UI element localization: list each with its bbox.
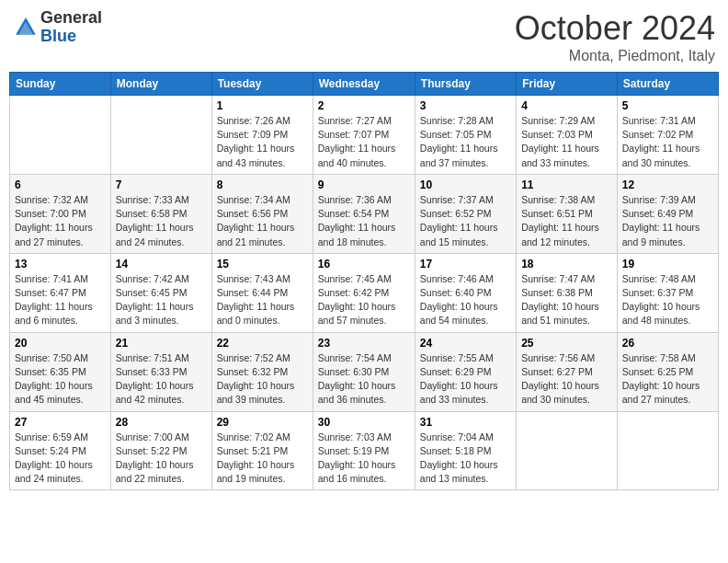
day-info: Sunrise: 7:39 AMSunset: 6:49 PMDaylight:… xyxy=(622,193,713,249)
day-number: 17 xyxy=(420,258,511,270)
day-number: 8 xyxy=(217,178,308,191)
calendar-week-row: 13Sunrise: 7:41 AMSunset: 6:47 PMDayligh… xyxy=(10,253,719,332)
day-number: 5 xyxy=(622,99,713,112)
calendar-day-cell: 8Sunrise: 7:34 AMSunset: 6:56 PMDaylight… xyxy=(211,174,313,253)
day-info: Sunrise: 7:03 AMSunset: 5:19 PMDaylight:… xyxy=(318,431,410,487)
day-info: Sunrise: 7:04 AMSunset: 5:18 PMDaylight:… xyxy=(420,431,511,487)
calendar-day-cell: 9Sunrise: 7:36 AMSunset: 6:54 PMDaylight… xyxy=(313,174,415,253)
calendar-day-cell: 22Sunrise: 7:52 AMSunset: 6:32 PMDayligh… xyxy=(211,332,313,411)
calendar-day-cell xyxy=(10,96,111,175)
day-info: Sunrise: 7:36 AMSunset: 6:54 PMDaylight:… xyxy=(318,193,410,249)
calendar-day-cell: 27Sunrise: 6:59 AMSunset: 5:24 PMDayligh… xyxy=(10,411,111,490)
day-number: 4 xyxy=(521,99,612,112)
calendar-day-cell: 7Sunrise: 7:33 AMSunset: 6:58 PMDaylight… xyxy=(110,174,211,253)
day-number: 19 xyxy=(622,258,713,270)
calendar-day-cell: 14Sunrise: 7:42 AMSunset: 6:45 PMDayligh… xyxy=(110,253,211,332)
calendar-day-cell xyxy=(517,411,618,490)
day-info: Sunrise: 7:48 AMSunset: 6:37 PMDaylight:… xyxy=(622,272,713,328)
day-info: Sunrise: 7:58 AMSunset: 6:25 PMDaylight:… xyxy=(622,351,713,408)
day-number: 25 xyxy=(521,337,612,350)
day-number: 12 xyxy=(622,178,713,191)
day-number: 20 xyxy=(15,337,106,350)
day-info: Sunrise: 7:45 AMSunset: 6:42 PMDaylight:… xyxy=(318,272,410,328)
calendar-day-cell: 3Sunrise: 7:28 AMSunset: 7:05 PMDaylight… xyxy=(415,96,516,175)
day-info: Sunrise: 6:59 AMSunset: 5:24 PMDaylight:… xyxy=(15,431,106,487)
calendar-day-cell xyxy=(617,411,718,490)
day-info: Sunrise: 7:55 AMSunset: 6:29 PMDaylight:… xyxy=(420,351,511,408)
logo-icon xyxy=(13,15,39,40)
day-info: Sunrise: 7:34 AMSunset: 6:56 PMDaylight:… xyxy=(217,193,308,249)
day-number: 7 xyxy=(116,178,207,191)
calendar-day-cell: 29Sunrise: 7:02 AMSunset: 5:21 PMDayligh… xyxy=(211,411,313,490)
calendar-day-cell: 16Sunrise: 7:45 AMSunset: 6:42 PMDayligh… xyxy=(313,253,415,332)
calendar-day-cell: 5Sunrise: 7:31 AMSunset: 7:02 PMDaylight… xyxy=(617,96,718,175)
calendar-day-cell: 15Sunrise: 7:43 AMSunset: 6:44 PMDayligh… xyxy=(211,253,313,332)
weekday-header: Sunday xyxy=(10,73,111,96)
calendar-day-cell: 18Sunrise: 7:47 AMSunset: 6:38 PMDayligh… xyxy=(517,253,618,332)
logo-blue-text: Blue xyxy=(40,27,76,45)
weekday-header: Thursday xyxy=(415,73,516,96)
day-info: Sunrise: 7:50 AMSunset: 6:35 PMDaylight:… xyxy=(15,351,106,408)
day-info: Sunrise: 7:42 AMSunset: 6:45 PMDaylight:… xyxy=(116,272,207,328)
calendar-day-cell: 1Sunrise: 7:26 AMSunset: 7:09 PMDaylight… xyxy=(211,96,313,175)
calendar-day-cell: 30Sunrise: 7:03 AMSunset: 5:19 PMDayligh… xyxy=(313,411,415,490)
weekday-header: Monday xyxy=(110,73,211,96)
day-number: 16 xyxy=(318,258,410,270)
calendar-day-cell: 13Sunrise: 7:41 AMSunset: 6:47 PMDayligh… xyxy=(10,253,111,332)
calendar-day-cell: 11Sunrise: 7:38 AMSunset: 6:51 PMDayligh… xyxy=(517,174,618,253)
day-info: Sunrise: 7:52 AMSunset: 6:32 PMDaylight:… xyxy=(217,351,308,408)
day-number: 6 xyxy=(15,178,106,191)
day-number: 21 xyxy=(116,337,207,350)
day-info: Sunrise: 7:02 AMSunset: 5:21 PMDaylight:… xyxy=(217,431,308,487)
day-info: Sunrise: 7:51 AMSunset: 6:33 PMDaylight:… xyxy=(116,351,207,408)
day-number: 18 xyxy=(521,258,612,270)
day-info: Sunrise: 7:00 AMSunset: 5:22 PMDaylight:… xyxy=(116,431,207,487)
day-number: 11 xyxy=(521,178,612,191)
weekday-header: Friday xyxy=(517,73,618,96)
calendar-day-cell: 4Sunrise: 7:29 AMSunset: 7:03 PMDaylight… xyxy=(517,96,618,175)
calendar-week-row: 6Sunrise: 7:32 AMSunset: 7:00 PMDaylight… xyxy=(10,174,719,253)
day-number: 13 xyxy=(15,258,106,270)
month-title: October 2024 xyxy=(515,9,715,48)
title-block: October 2024 Monta, Piedmont, Italy xyxy=(515,9,715,64)
weekday-header: Wednesday xyxy=(313,73,415,96)
weekday-header: Tuesday xyxy=(211,73,313,96)
calendar-day-cell: 26Sunrise: 7:58 AMSunset: 6:25 PMDayligh… xyxy=(617,332,718,411)
calendar-day-cell: 28Sunrise: 7:00 AMSunset: 5:22 PMDayligh… xyxy=(110,411,211,490)
day-info: Sunrise: 7:43 AMSunset: 6:44 PMDaylight:… xyxy=(217,272,308,328)
day-number: 1 xyxy=(217,99,308,112)
calendar-day-cell: 25Sunrise: 7:56 AMSunset: 6:27 PMDayligh… xyxy=(517,332,618,411)
day-number: 2 xyxy=(318,99,410,112)
day-info: Sunrise: 7:33 AMSunset: 6:58 PMDaylight:… xyxy=(116,193,207,249)
calendar-day-cell: 12Sunrise: 7:39 AMSunset: 6:49 PMDayligh… xyxy=(617,174,718,253)
day-info: Sunrise: 7:32 AMSunset: 7:00 PMDaylight:… xyxy=(15,193,106,249)
calendar-day-cell: 23Sunrise: 7:54 AMSunset: 6:30 PMDayligh… xyxy=(313,332,415,411)
calendar-week-row: 1Sunrise: 7:26 AMSunset: 7:09 PMDaylight… xyxy=(10,96,719,175)
day-number: 23 xyxy=(318,337,410,350)
day-info: Sunrise: 7:41 AMSunset: 6:47 PMDaylight:… xyxy=(15,272,106,328)
calendar-day-cell: 21Sunrise: 7:51 AMSunset: 6:33 PMDayligh… xyxy=(110,332,211,411)
day-info: Sunrise: 7:46 AMSunset: 6:40 PMDaylight:… xyxy=(420,272,511,328)
day-info: Sunrise: 7:47 AMSunset: 6:38 PMDaylight:… xyxy=(521,272,612,328)
day-number: 9 xyxy=(318,178,410,191)
day-number: 24 xyxy=(420,337,511,350)
calendar-day-cell: 24Sunrise: 7:55 AMSunset: 6:29 PMDayligh… xyxy=(415,332,516,411)
logo-general-text: General xyxy=(40,8,102,27)
day-info: Sunrise: 7:31 AMSunset: 7:02 PMDaylight:… xyxy=(622,114,713,170)
day-info: Sunrise: 7:28 AMSunset: 7:05 PMDaylight:… xyxy=(420,114,511,170)
calendar-header-row: SundayMondayTuesdayWednesdayThursdayFrid… xyxy=(10,73,719,96)
day-info: Sunrise: 7:37 AMSunset: 6:52 PMDaylight:… xyxy=(420,193,511,249)
day-number: 14 xyxy=(116,258,207,270)
day-info: Sunrise: 7:38 AMSunset: 6:51 PMDaylight:… xyxy=(521,193,612,249)
day-number: 26 xyxy=(622,337,713,350)
day-info: Sunrise: 7:26 AMSunset: 7:09 PMDaylight:… xyxy=(217,114,308,170)
calendar-day-cell: 31Sunrise: 7:04 AMSunset: 5:18 PMDayligh… xyxy=(415,411,516,490)
day-number: 30 xyxy=(318,416,410,429)
calendar-table: SundayMondayTuesdayWednesdayThursdayFrid… xyxy=(9,72,719,490)
calendar-day-cell: 2Sunrise: 7:27 AMSunset: 7:07 PMDaylight… xyxy=(313,96,415,175)
calendar-day-cell xyxy=(110,96,211,175)
day-info: Sunrise: 7:56 AMSunset: 6:27 PMDaylight:… xyxy=(521,351,612,408)
calendar-day-cell: 19Sunrise: 7:48 AMSunset: 6:37 PMDayligh… xyxy=(617,253,718,332)
day-number: 10 xyxy=(420,178,511,191)
day-number: 29 xyxy=(217,416,308,429)
